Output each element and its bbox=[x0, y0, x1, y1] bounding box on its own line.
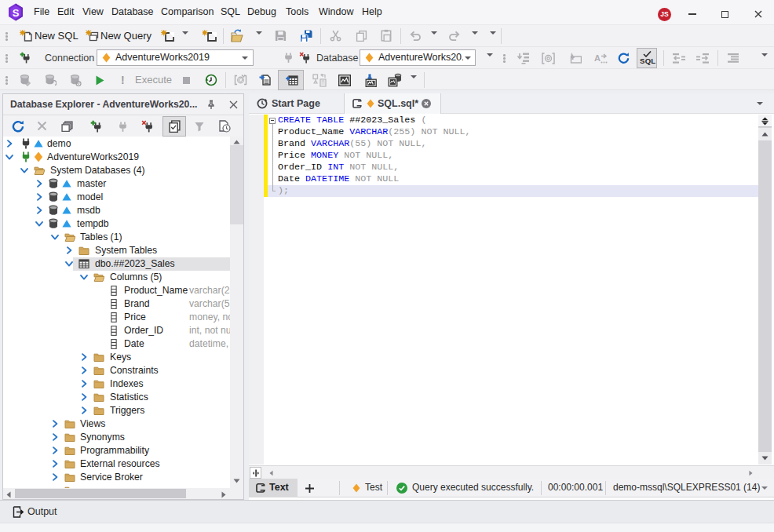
svg-text:A: A bbox=[594, 53, 601, 63]
svg-text:S: S bbox=[13, 7, 20, 19]
